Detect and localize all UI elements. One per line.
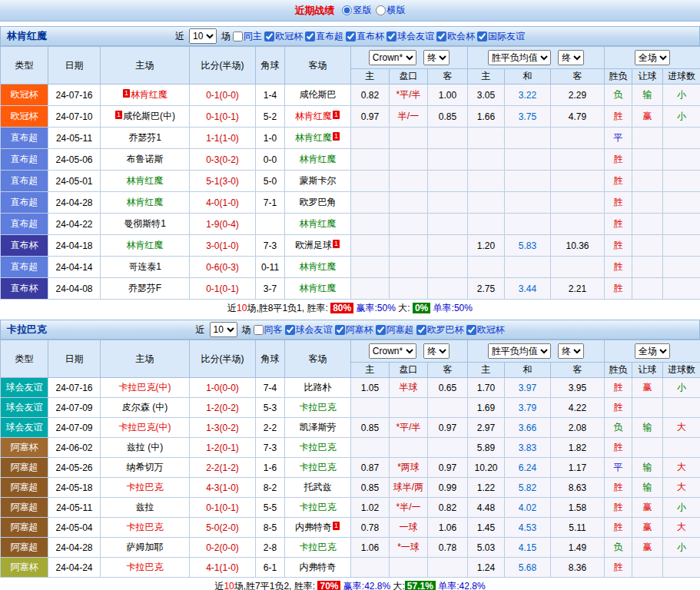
away-team-link[interactable]: 卡拉巴克 bbox=[300, 462, 337, 472]
bookmaker-select[interactable]: Crown* bbox=[369, 50, 416, 65]
filter-option[interactable]: 直布超 bbox=[305, 30, 343, 43]
home-team-link[interactable]: 卡拉巴克(中) bbox=[119, 422, 171, 433]
match-score[interactable]: 1-2(0-2) bbox=[190, 398, 256, 418]
match-score[interactable]: 0-1(0-0) bbox=[190, 85, 256, 106]
match-score[interactable]: 0-2(0-0) bbox=[190, 538, 256, 558]
away-team-link[interactable]: 卡拉巴克 bbox=[300, 502, 337, 512]
home-team-link[interactable]: 兹拉 (中) bbox=[127, 442, 163, 452]
away-team-link[interactable]: 卡拉巴克 bbox=[300, 542, 337, 552]
away-team-link[interactable]: 欧洲足球 bbox=[295, 240, 332, 250]
filter-option[interactable]: 欧冠杯 bbox=[264, 30, 303, 43]
filter-option[interactable]: 球会友谊 bbox=[285, 323, 333, 336]
away-team-link[interactable]: 比路朴 bbox=[304, 382, 332, 393]
home-team-link[interactable]: 卡拉巴克 bbox=[127, 562, 164, 572]
odds-time-select[interactable]: 终 bbox=[423, 50, 450, 65]
filter-checkbox[interactable] bbox=[386, 31, 396, 41]
match-score[interactable]: 1-9(0-4) bbox=[190, 214, 256, 235]
match-score[interactable]: 0-1(0-1) bbox=[190, 278, 256, 300]
home-team-link[interactable]: 林肯红魔 bbox=[127, 240, 164, 250]
filter-option[interactable]: 欧罗巴杯 bbox=[416, 323, 464, 336]
away-team-link[interactable]: 林肯红魔 bbox=[300, 261, 337, 272]
filter-checkbox[interactable] bbox=[254, 325, 264, 335]
home-team-link[interactable]: 萨姆加耶 bbox=[127, 542, 164, 552]
avg-type-select[interactable]: 胜平负均值 bbox=[488, 50, 551, 65]
home-team-link[interactable]: 林肯红魔 bbox=[127, 175, 164, 186]
away-team-link[interactable]: 内弗特奇 bbox=[300, 562, 337, 572]
away-team-link[interactable]: 林肯红魔 bbox=[300, 283, 337, 293]
filter-checkbox[interactable] bbox=[466, 325, 476, 335]
match-score[interactable]: 2-2(1-2) bbox=[190, 458, 256, 478]
home-team-link[interactable]: 兹拉 bbox=[136, 502, 154, 512]
filter-checkbox[interactable] bbox=[416, 325, 426, 335]
filter-checkbox[interactable] bbox=[477, 31, 487, 41]
away-team-link[interactable]: 托武兹 bbox=[304, 482, 332, 492]
away-team-link[interactable]: 卡拉巴克 bbox=[300, 442, 337, 452]
home-team-link[interactable]: 咸伦斯巴(中) bbox=[123, 111, 175, 121]
bookmaker-select[interactable]: Crown* bbox=[369, 343, 416, 359]
filter-option[interactable]: 同客 bbox=[254, 323, 283, 336]
avg-time-select[interactable]: 终 bbox=[558, 343, 584, 359]
layout-radio-horizontal[interactable] bbox=[376, 5, 386, 15]
filter-checkbox[interactable] bbox=[285, 325, 295, 335]
match-score[interactable]: 5-0(2-0) bbox=[190, 518, 256, 538]
match-score[interactable]: 0-1(0-1) bbox=[190, 106, 256, 128]
filter-option[interactable]: 直布杯 bbox=[346, 30, 384, 43]
match-score[interactable]: 0-1(0-1) bbox=[190, 498, 256, 518]
home-team-link[interactable]: 卡拉巴克(中) bbox=[119, 382, 171, 393]
match-score[interactable]: 4-0(1-0) bbox=[190, 192, 256, 214]
layout-option-horizontal[interactable]: 横版 bbox=[376, 4, 406, 17]
match-score[interactable]: 0-6(0-3) bbox=[190, 257, 256, 278]
match-score[interactable]: 1-2(0-1) bbox=[190, 438, 256, 458]
home-team-link[interactable]: 林肯红魔 bbox=[131, 89, 168, 100]
filter-checkbox[interactable] bbox=[376, 325, 386, 335]
home-team-link[interactable]: 哥连泰1 bbox=[128, 261, 161, 272]
away-team-link[interactable]: 林肯红魔 bbox=[300, 154, 337, 164]
layout-radio-vertical[interactable] bbox=[342, 5, 352, 15]
scope-select[interactable]: 全场 bbox=[635, 50, 670, 65]
match-score[interactable]: 4-3(1-0) bbox=[190, 478, 256, 498]
filter-option[interactable]: 球会友谊 bbox=[386, 30, 434, 43]
match-score[interactable]: 3-0(1-0) bbox=[190, 235, 256, 257]
away-team-link[interactable]: 林肯红魔 bbox=[295, 132, 332, 143]
match-score[interactable]: 1-1(1-0) bbox=[190, 128, 256, 149]
games-count-select[interactable]: 10 bbox=[189, 28, 217, 44]
filter-checkbox[interactable] bbox=[233, 31, 243, 41]
filter-option[interactable]: 同主 bbox=[233, 30, 262, 43]
home-team-link[interactable]: 曼彻斯特1 bbox=[124, 218, 166, 229]
home-team-link[interactable]: 布鲁诺斯 bbox=[127, 154, 164, 164]
home-team-link[interactable]: 卡拉巴克 bbox=[127, 522, 164, 532]
filter-option[interactable]: 阿塞杯 bbox=[335, 323, 373, 336]
filter-option[interactable]: 欧冠杯 bbox=[466, 323, 505, 336]
away-team-link[interactable]: 林肯红魔 bbox=[300, 218, 337, 229]
match-score[interactable]: 1-0(0-0) bbox=[190, 378, 256, 398]
filter-checkbox[interactable] bbox=[436, 31, 446, 41]
home-team-link[interactable]: 乔瑟芬F bbox=[128, 283, 161, 293]
away-team-link[interactable]: 蒙斯卡尔 bbox=[300, 175, 337, 186]
filter-option[interactable]: 欧会杯 bbox=[436, 30, 475, 43]
games-count-select[interactable]: 10 bbox=[210, 322, 237, 337]
home-team-link[interactable]: 卡拉巴克 bbox=[127, 482, 164, 492]
match-score[interactable]: 1-3(0-2) bbox=[190, 418, 256, 438]
match-score[interactable]: 0-3(0-2) bbox=[190, 149, 256, 171]
away-team-link[interactable]: 林肯红魔 bbox=[295, 111, 332, 121]
home-team-link[interactable]: 林肯红魔 bbox=[127, 197, 164, 207]
away-team-link[interactable]: 凯泽斯劳 bbox=[300, 422, 337, 433]
away-team-link[interactable]: 咸伦斯巴 bbox=[300, 89, 337, 100]
home-team-link[interactable]: 皮尔森 (中) bbox=[122, 402, 168, 413]
filter-checkbox[interactable] bbox=[264, 31, 274, 41]
avg-time-select[interactable]: 终 bbox=[558, 50, 584, 65]
away-team-link[interactable]: 欧罗巴角 bbox=[300, 197, 337, 207]
filter-checkbox[interactable] bbox=[305, 31, 315, 41]
filter-checkbox[interactable] bbox=[335, 325, 345, 335]
filter-checkbox[interactable] bbox=[346, 31, 356, 41]
filter-option[interactable]: 国际友谊 bbox=[477, 30, 525, 43]
match-score[interactable]: 5-1(3-0) bbox=[190, 171, 256, 192]
filter-option[interactable]: 阿塞超 bbox=[376, 323, 414, 336]
away-team-link[interactable]: 卡拉巴克 bbox=[300, 402, 337, 413]
away-team-link[interactable]: 内弗特奇 bbox=[295, 522, 332, 532]
scope-select[interactable]: 全场 bbox=[635, 343, 670, 359]
odds-time-select[interactable]: 终 bbox=[423, 343, 450, 359]
home-team-link[interactable]: 纳希切万 bbox=[127, 462, 164, 472]
match-score[interactable]: 4-1(1-0) bbox=[190, 558, 256, 578]
avg-type-select[interactable]: 胜平负均值 bbox=[488, 343, 551, 359]
